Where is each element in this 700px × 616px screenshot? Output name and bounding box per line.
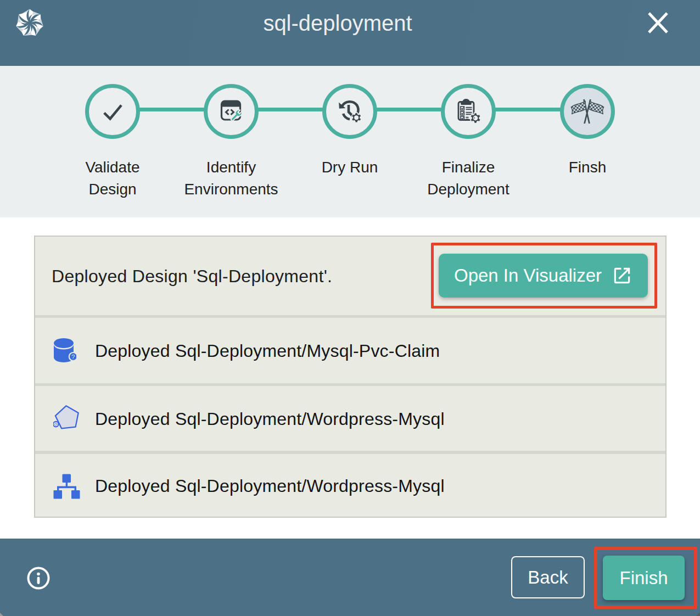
svg-text:?: ? [71, 354, 75, 360]
